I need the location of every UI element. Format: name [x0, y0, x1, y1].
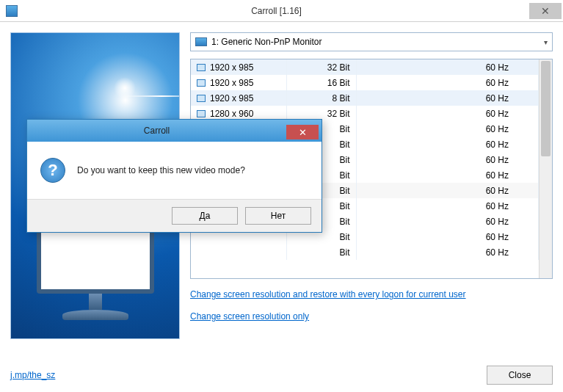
resolution-icon	[197, 79, 206, 87]
table-row[interactable]: 1920 x 9858 Bit60 Hz	[191, 90, 539, 106]
resolution-icon	[197, 110, 206, 117]
table-row[interactable]: 1920 x 98532 Bit60 Hz	[191, 59, 539, 75]
close-button[interactable]: Close	[487, 366, 553, 385]
table-row[interactable]: Bit60 Hz	[191, 244, 539, 260]
scrollbar[interactable]	[539, 59, 552, 278]
dialog-titlebar[interactable]: Carroll ✕	[27, 120, 322, 142]
resolution-icon	[197, 64, 206, 71]
confirm-dialog: Carroll ✕ ? Do you want to keep this new…	[26, 119, 322, 233]
footer-link[interactable]: j.mp/the_sz	[10, 370, 55, 380]
monitor-dropdown[interactable]: 1: Generic Non-PnP Monitor ▾	[190, 32, 553, 51]
table-row[interactable]: 1920 x 98516 Bit60 Hz	[191, 75, 539, 90]
window-titlebar: Carroll [1.16] ✕	[0, 0, 563, 22]
dialog-close-button[interactable]: ✕	[286, 125, 319, 139]
question-icon: ?	[40, 158, 65, 183]
link-change-once[interactable]: Change screen resolution only	[190, 311, 553, 322]
window-close-button[interactable]: ✕	[529, 3, 562, 19]
dialog-no-button[interactable]: Нет	[245, 207, 311, 225]
monitor-dropdown-label: 1: Generic Non-PnP Monitor	[211, 37, 544, 47]
dialog-message: Do you want to keep this new video mode?	[77, 165, 245, 175]
resolution-icon	[197, 95, 206, 102]
monitor-icon	[195, 37, 207, 46]
window-title: Carroll [1.16]	[23, 6, 529, 16]
app-icon	[6, 5, 18, 17]
chevron-down-icon: ▾	[544, 38, 548, 46]
dialog-yes-button[interactable]: Да	[172, 207, 238, 225]
dialog-title: Carroll	[27, 126, 286, 136]
link-persist-resolution[interactable]: Change screen resolution and restore wit…	[190, 289, 466, 300]
scrollbar-thumb[interactable]	[541, 61, 551, 156]
